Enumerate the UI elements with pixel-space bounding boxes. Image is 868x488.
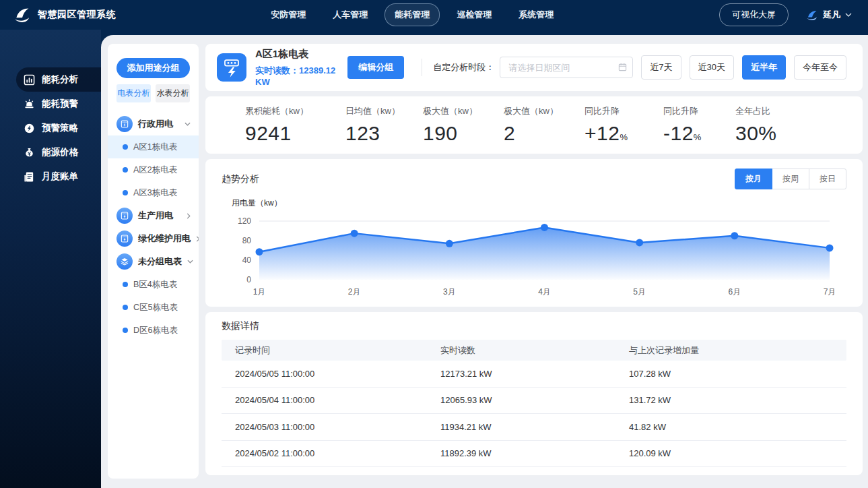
cell-reading: 11934.21 kW bbox=[440, 422, 629, 432]
sidebar-item-energy-analysis[interactable]: 能耗分析 bbox=[16, 67, 101, 92]
chart-point-3月[interactable] bbox=[446, 240, 453, 247]
range-30d-button[interactable]: 近30天 bbox=[690, 55, 734, 80]
tree-item-a2-meter[interactable]: A区2栋电表 bbox=[108, 158, 199, 181]
trend-by-month-button[interactable]: 按月 bbox=[735, 169, 772, 189]
meter-group-icon bbox=[116, 116, 133, 132]
meter-group-icon bbox=[116, 208, 133, 224]
tree-item-a3-meter[interactable]: A区3栋电表 bbox=[108, 181, 199, 204]
sidebar-item-label: 能耗预警 bbox=[42, 98, 78, 110]
top-nav: 安防管理 人车管理 能耗管理 巡检管理 系统管理 bbox=[261, 3, 564, 26]
table-row[interactable]: 2024/05/05 11:00:00 12173.21 kW 107.28 k… bbox=[222, 361, 846, 388]
trend-chart-svg: 040801201月2月3月4月5月6月7月 bbox=[222, 210, 846, 299]
sidebar-item-alert-strategy[interactable]: 预警策略 bbox=[0, 116, 101, 140]
trend-by-day-button[interactable]: 按日 bbox=[809, 169, 846, 189]
y-tick-label: 80 bbox=[242, 236, 252, 245]
tree-item-b4-meter[interactable]: B区4栋电表 bbox=[108, 273, 199, 296]
tree-group-greening-power[interactable]: 绿化维护用电 bbox=[108, 227, 199, 250]
trend-by-week-button[interactable]: 按周 bbox=[772, 169, 809, 189]
chevron-right-icon[interactable] bbox=[196, 236, 199, 242]
main-column: A区1栋电表 实时读数：12389.12 KW 编辑分组 自定分析时段： 近7天… bbox=[205, 44, 863, 488]
chart-point-2月[interactable] bbox=[351, 230, 358, 237]
column-header: 实时读数 bbox=[440, 344, 629, 357]
stat-label: 同比升降 bbox=[585, 105, 663, 117]
chevron-down-icon[interactable] bbox=[187, 260, 193, 264]
tree-item-d6-meter[interactable]: D区6栋电表 bbox=[108, 319, 199, 342]
range-7d-button[interactable]: 近7天 bbox=[641, 55, 681, 80]
chevron-down-icon[interactable] bbox=[185, 122, 191, 126]
trend-header: 趋势分析 按月 按周 按日 bbox=[222, 169, 846, 189]
nav-item-inspection[interactable]: 巡检管理 bbox=[446, 3, 502, 26]
trend-granularity-group: 按月 按周 按日 bbox=[735, 169, 846, 189]
range-half-year-button[interactable]: 近半年 bbox=[742, 55, 786, 80]
cell-record-time: 2024/05/02 11:00:00 bbox=[235, 448, 440, 458]
sidebar-item-monthly-bill[interactable]: 月度账单 bbox=[0, 164, 101, 189]
add-usage-group-button[interactable]: 添加用途分组 bbox=[116, 58, 190, 78]
chart-point-1月[interactable] bbox=[256, 248, 263, 255]
x-tick-label: 7月 bbox=[824, 287, 836, 297]
bullet-dot bbox=[123, 328, 128, 333]
nav-item-energy[interactable]: 能耗管理 bbox=[385, 3, 440, 26]
stat-label: 日均值（kw） bbox=[345, 105, 423, 117]
chart-point-7月[interactable] bbox=[826, 244, 834, 251]
vertical-divider bbox=[422, 59, 422, 76]
meter-group-icon bbox=[116, 231, 133, 247]
tab-electric-analysis[interactable]: 电表分析 bbox=[116, 84, 151, 102]
user-menu[interactable]: 延凡 bbox=[806, 9, 852, 21]
visual-screen-button[interactable]: 可视化大屏 bbox=[719, 3, 789, 26]
nav-item-security[interactable]: 安防管理 bbox=[261, 3, 316, 26]
stat-maximum-2: 极大值（kw） 2 bbox=[504, 105, 585, 145]
table-row[interactable]: 2024/05/03 11:00:00 11934.21 kW 41.82 kW bbox=[222, 414, 846, 441]
table-row[interactable]: 2024/05/04 11:00:00 12065.93 kW 131.72 k… bbox=[222, 388, 846, 415]
brand: 智慧园区管理系统 bbox=[0, 7, 116, 22]
tree-group-admin-power[interactable]: 行政用电 bbox=[108, 113, 199, 135]
x-tick-label: 2月 bbox=[348, 287, 361, 297]
sidebar: 能耗分析 能耗预警 预警策略 能源价格 月度账单 bbox=[0, 30, 101, 488]
bullet-dot bbox=[123, 190, 128, 195]
chart-point-6月[interactable] bbox=[731, 232, 738, 239]
meter-title: A区1栋电表 bbox=[255, 48, 347, 61]
nav-item-system[interactable]: 系统管理 bbox=[508, 3, 564, 26]
trend-title: 趋势分析 bbox=[222, 173, 259, 185]
tree-item-c5-meter[interactable]: C区5栋电表 bbox=[108, 296, 199, 319]
chart-point-4月[interactable] bbox=[541, 224, 548, 231]
nav-item-vehicle[interactable]: 人车管理 bbox=[323, 3, 378, 26]
tree-group-production-power[interactable]: 生产用电 bbox=[108, 204, 199, 227]
chevron-right-icon[interactable] bbox=[187, 213, 191, 219]
edit-group-button[interactable]: 编辑分组 bbox=[347, 56, 404, 79]
stat-yoy-down: 同比升降 -12% bbox=[663, 105, 735, 145]
bullet-dot bbox=[123, 282, 128, 287]
logo-icon bbox=[13, 7, 31, 22]
table-row[interactable]: 2024/05/02 11:00:00 11892.39 kW 120.09 k… bbox=[222, 441, 846, 468]
electric-meter-icon bbox=[217, 53, 246, 82]
cell-delta: 107.28 kW bbox=[629, 369, 846, 379]
range-ytd-button[interactable]: 今年至今 bbox=[794, 55, 846, 80]
stat-label: 全年占比 bbox=[735, 105, 863, 117]
stat-value: 30% bbox=[735, 122, 863, 145]
cell-reading: 12065.93 kW bbox=[440, 395, 629, 405]
reading-label: 实时读数： bbox=[255, 65, 299, 75]
sidebar-item-label: 月度账单 bbox=[42, 171, 78, 183]
sidebar-item-energy-price[interactable]: 能源价格 bbox=[0, 140, 101, 164]
meter-info: A区1栋电表 实时读数：12389.12 KW bbox=[255, 48, 347, 87]
stat-daily-average: 日均值（kw） 123 bbox=[345, 105, 423, 145]
stat-value: +12% bbox=[585, 122, 663, 145]
cell-record-time: 2024/05/04 11:00:00 bbox=[235, 395, 440, 405]
user-name: 延凡 bbox=[823, 9, 840, 21]
cell-reading: 11892.39 kW bbox=[440, 448, 629, 458]
tree-group-ungrouped-meters[interactable]: 未分组电表 bbox=[108, 250, 199, 273]
bill-icon bbox=[23, 171, 35, 183]
tree-group-label: 未分组电表 bbox=[138, 255, 182, 268]
bullet-dot bbox=[123, 144, 128, 150]
tree-group-label: 生产用电 bbox=[138, 210, 173, 222]
alarm-icon bbox=[23, 98, 35, 110]
tab-water-analysis[interactable]: 水表分析 bbox=[156, 84, 190, 102]
x-tick-label: 5月 bbox=[633, 287, 646, 297]
chart-point-5月[interactable] bbox=[636, 239, 643, 246]
app-title: 智慧园区管理系统 bbox=[38, 9, 116, 21]
sidebar-item-energy-alert[interactable]: 能耗预警 bbox=[0, 92, 101, 116]
date-range-input[interactable] bbox=[500, 57, 633, 78]
x-tick-label: 1月 bbox=[253, 287, 266, 297]
column-header: 记录时间 bbox=[235, 344, 440, 357]
tree-item-a1-meter[interactable]: A区1栋电表 bbox=[108, 135, 199, 158]
tree-group-label: 绿化维护用电 bbox=[138, 233, 191, 245]
